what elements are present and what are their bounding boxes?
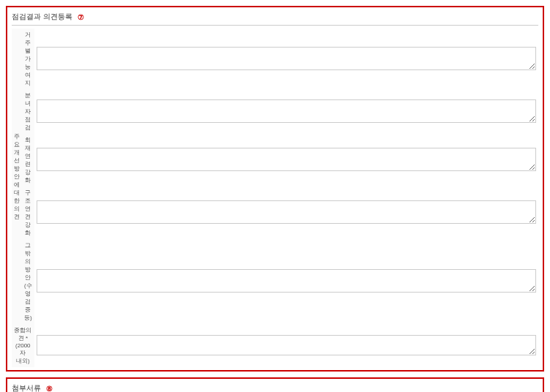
row-4-label: 그 밖의 방안 (수영 검증 등): [22, 239, 34, 324]
row-3-label: 구조연견 강화: [22, 186, 34, 239]
row-2-input[interactable]: [37, 148, 536, 171]
row-4-input[interactable]: [37, 269, 536, 293]
section-8-header: 첨부서류 ⑧: [12, 382, 538, 392]
badge-8: ⑧: [46, 385, 53, 392]
section-attachments: 첨부서류 ⑧ 점검보고서 * 파일선택 선택된 파일 없음 - 파일종류: pd…: [6, 377, 544, 392]
row-0-input[interactable]: [37, 47, 536, 70]
bottom-label: 종합의견 * (2000자 내외): [12, 324, 34, 367]
summary-opinion-input[interactable]: [37, 335, 536, 355]
row-2-label: 회재연련 강화: [22, 134, 34, 186]
section-7-title: 점검결과 의견등록: [12, 12, 72, 20]
row-0-label: 거주별 가능여지: [22, 29, 34, 89]
group-label: 주요 개선 방안에 대한 의견: [12, 29, 22, 324]
badge-7: ⑦: [78, 13, 84, 21]
section-inspection-result: 점검결과 의견등록 ⑦ 주요 개선 방안에 대한 의견 거주별 가능여지 분녀자…: [6, 6, 544, 372]
section-8-title: 첨부서류: [12, 384, 41, 392]
section-7-header: 점검결과 의견등록 ⑦: [12, 10, 538, 26]
row-1-label: 분녀자 점검: [22, 89, 34, 134]
row-3-input[interactable]: [37, 200, 536, 224]
row-1-input[interactable]: [37, 99, 536, 123]
opinion-table: 주요 개선 방안에 대한 의견 거주별 가능여지 분녀자 점검 회재연련 강화 …: [12, 29, 538, 367]
